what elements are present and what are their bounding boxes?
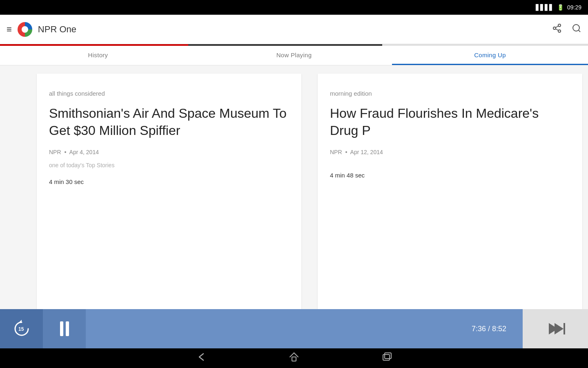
app-bar-actions [552, 23, 581, 36]
player-time: 7:36 / 8:52 [472, 325, 506, 333]
recents-nav-icon[interactable] [381, 351, 393, 365]
back-nav-icon[interactable] [195, 351, 207, 365]
story-date-2: Apr 12, 2014 [350, 149, 383, 155]
story-meta-2: NPR Apr 12, 2014 [330, 149, 570, 155]
bottom-nav [0, 348, 588, 368]
menu-icon[interactable]: ≡ [7, 24, 12, 35]
svg-text:15: 15 [18, 326, 24, 332]
story-program-1: all things considered [49, 90, 289, 97]
battery-icon: 🔋 [557, 4, 564, 11]
npr-logo [17, 21, 33, 38]
story-card-1[interactable]: all things considered Smithsonian's Air … [37, 74, 301, 321]
home-nav-icon[interactable] [288, 351, 300, 365]
app-title: NPR One [38, 24, 76, 35]
status-time: 09:29 [567, 4, 581, 11]
pause-bar-right [66, 321, 69, 336]
story-program-2: morning edition [330, 90, 570, 97]
main-content: all things considered Smithsonian's Air … [0, 65, 588, 329]
svg-rect-13 [564, 323, 565, 334]
story-dot-1 [65, 151, 66, 153]
tabs: History Now Playing Coming Up [0, 46, 588, 65]
status-bar: ▋▋▋▋ 🔋 09:29 [0, 0, 588, 15]
story-duration-2: 4 min 48 sec [330, 172, 570, 179]
progress-bar-red [0, 44, 188, 46]
svg-line-8 [579, 30, 580, 31]
story-date-1: Apr 4, 2014 [69, 149, 99, 155]
story-subtitle-1: one of today's Top Stories [49, 162, 289, 168]
player-bar: 15 7:36 / 8:52 [0, 309, 588, 348]
story-card-2[interactable]: morning edition How Fraud Flourishes In … [318, 74, 582, 321]
tab-coming-up[interactable]: Coming Up [392, 46, 588, 65]
svg-line-5 [556, 29, 559, 30]
svg-point-4 [558, 30, 561, 32]
pause-bar-left [60, 321, 63, 336]
player-progress: 7:36 / 8:52 [86, 309, 523, 348]
progress-bar-container [0, 44, 588, 46]
share-icon[interactable] [552, 23, 562, 36]
svg-point-1 [22, 26, 28, 33]
signal-icon: ▋▋▋▋ [536, 4, 554, 11]
pause-button[interactable] [43, 309, 86, 348]
search-icon[interactable] [572, 23, 581, 36]
stories-row: all things considered Smithsonian's Air … [0, 65, 588, 329]
svg-rect-15 [383, 355, 390, 360]
svg-marker-12 [555, 323, 564, 334]
app-bar-left: ≡ NPR One [7, 21, 552, 38]
svg-rect-14 [292, 357, 296, 361]
story-source-1: NPR [49, 149, 61, 155]
tab-now-playing[interactable]: Now Playing [196, 46, 392, 65]
story-duration-1: 4 min 30 sec [49, 178, 289, 185]
app-bar: ≡ NPR One [0, 15, 588, 44]
progress-bar-dark [188, 44, 382, 46]
svg-point-7 [573, 25, 579, 31]
story-meta-1: NPR Apr 4, 2014 [49, 149, 289, 155]
svg-point-2 [558, 24, 561, 27]
tab-history[interactable]: History [0, 46, 196, 65]
pause-icon [60, 321, 69, 336]
svg-point-3 [553, 27, 556, 29]
svg-rect-16 [385, 353, 391, 359]
rewind-button[interactable]: 15 [0, 309, 43, 348]
story-source-2: NPR [330, 149, 342, 155]
skip-button[interactable] [523, 309, 588, 348]
svg-line-6 [556, 26, 559, 27]
story-title-2: How Fraud Flourishes In Medicare's Drug … [330, 105, 570, 139]
story-title-1: Smithsonian's Air And Space Museum To Ge… [49, 105, 289, 139]
story-dot-2 [345, 151, 347, 153]
